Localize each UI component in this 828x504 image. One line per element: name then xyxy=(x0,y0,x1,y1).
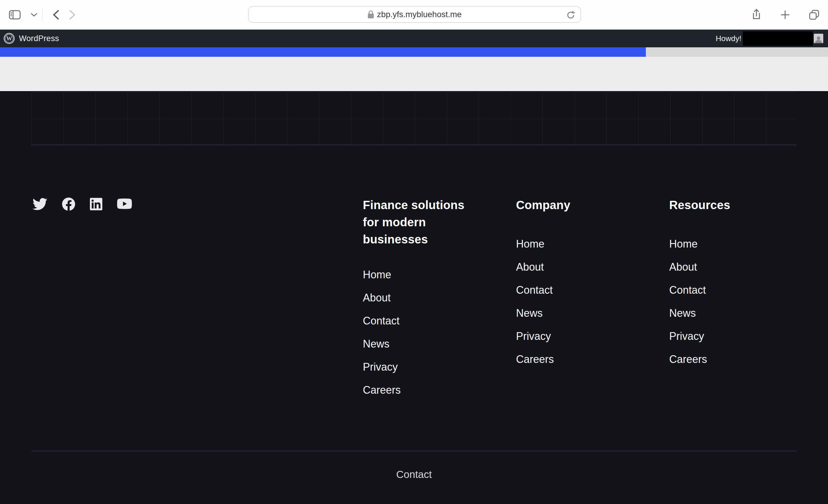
footer-link[interactable]: Privacy xyxy=(363,361,398,373)
new-tab-icon[interactable] xyxy=(781,10,790,19)
footer-bottom-divider xyxy=(31,451,797,451)
forward-button-icon[interactable] xyxy=(69,10,76,20)
list-item: Privacy xyxy=(363,355,401,379)
svg-text:W: W xyxy=(6,35,12,42)
list-item: Careers xyxy=(363,379,401,402)
share-icon[interactable] xyxy=(752,9,761,21)
list-item: Privacy xyxy=(669,325,707,348)
list-item: Careers xyxy=(516,348,554,371)
youtube-icon[interactable] xyxy=(117,198,132,210)
browser-toolbar: zbp.yfs.mybluehost.me xyxy=(0,0,828,30)
sidebar-toggle-icon[interactable] xyxy=(9,10,21,19)
list-item: About xyxy=(363,286,401,309)
footer-top-divider xyxy=(31,144,797,145)
list-item: Careers xyxy=(669,348,707,371)
list-item: Privacy xyxy=(516,325,554,348)
footer-link[interactable]: Contact xyxy=(669,284,706,296)
footer-link[interactable]: About xyxy=(669,261,697,273)
linkedin-icon[interactable] xyxy=(90,198,102,210)
tab-overview-icon[interactable] xyxy=(809,10,819,20)
footer-link[interactable]: News xyxy=(363,338,389,350)
list-item: About xyxy=(516,256,554,279)
site-preview-footer: Finance solutions for modern businesses … xyxy=(0,91,828,504)
toolbar-separator xyxy=(42,8,43,21)
social-links xyxy=(33,198,132,211)
builder-toolbar: Regenerate Version 1 Customize Save & Co… xyxy=(0,57,828,91)
twitter-icon[interactable] xyxy=(33,198,47,210)
tab-group-chevron-icon[interactable] xyxy=(31,13,37,17)
footer-contact-link[interactable]: Contact xyxy=(396,468,432,480)
list-item: News xyxy=(363,332,401,355)
list-item: Home xyxy=(669,233,707,256)
lock-icon xyxy=(368,10,374,18)
footer-link[interactable]: Contact xyxy=(363,315,400,327)
list-item: News xyxy=(669,302,707,325)
address-bar[interactable]: zbp.yfs.mybluehost.me xyxy=(248,6,581,23)
decorative-grid xyxy=(31,92,797,145)
footer-link[interactable]: Careers xyxy=(363,384,401,396)
redacted-username xyxy=(743,31,813,46)
footer-company-heading: Company xyxy=(516,197,571,214)
footer-link[interactable]: Home xyxy=(363,268,391,281)
footer-link[interactable]: News xyxy=(669,307,696,320)
progress-fill xyxy=(0,47,646,57)
list-item: About xyxy=(669,256,707,279)
footer-link[interactable]: Privacy xyxy=(516,330,551,342)
back-button-icon[interactable] xyxy=(53,10,59,20)
url-text: zbp.yfs.mybluehost.me xyxy=(377,10,462,19)
footer-link[interactable]: Careers xyxy=(516,353,554,366)
howdy-greeting[interactable]: Howdy! xyxy=(716,34,741,43)
list-item: Home xyxy=(363,263,401,286)
list-item: Contact xyxy=(363,309,401,332)
facebook-icon[interactable] xyxy=(62,198,75,211)
footer-link[interactable]: About xyxy=(516,261,544,273)
wp-logo-menu[interactable]: W WordPress xyxy=(0,33,59,44)
list-item: Contact xyxy=(516,279,554,302)
footer-link[interactable]: Privacy xyxy=(669,330,704,342)
wp-site-name: WordPress xyxy=(19,34,59,43)
wp-admin-bar: W WordPress Howdy! xyxy=(0,30,828,47)
footer-link[interactable]: Home xyxy=(669,238,698,250)
footer-link[interactable]: Careers xyxy=(669,353,707,366)
footer-link[interactable]: News xyxy=(516,307,543,320)
user-avatar[interactable] xyxy=(814,34,823,43)
wordpress-logo-icon: W xyxy=(4,33,15,44)
footer-link[interactable]: About xyxy=(363,292,390,304)
list-item: News xyxy=(516,302,554,325)
list-item: Home xyxy=(516,233,554,256)
list-item: Contact xyxy=(669,279,707,302)
footer-link[interactable]: Contact xyxy=(516,284,553,296)
setup-progress-bar xyxy=(0,47,828,57)
footer-resources-heading: Resources xyxy=(669,197,730,214)
footer-link[interactable]: Home xyxy=(516,238,544,250)
reload-icon[interactable] xyxy=(566,10,575,20)
footer-brand-heading: Finance solutions for modern businesses xyxy=(363,197,481,248)
